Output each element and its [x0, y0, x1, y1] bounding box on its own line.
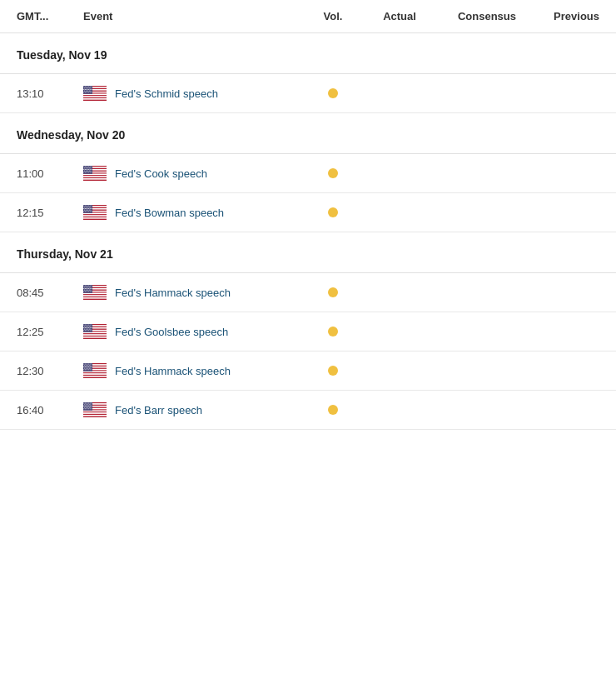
- col-consensus-label: Consensus: [441, 10, 533, 22]
- svg-point-19: [91, 86, 92, 87]
- svg-point-270: [90, 402, 91, 403]
- svg-point-113: [90, 208, 91, 209]
- svg-point-71: [90, 169, 91, 170]
- svg-point-77: [90, 171, 91, 172]
- svg-point-188: [84, 326, 85, 327]
- svg-point-100: [87, 205, 87, 206]
- svg-point-200: [86, 329, 87, 330]
- table-header: GMT... Event Vol. Actual Consensus Previ…: [0, 0, 616, 33]
- svg-point-73: [84, 171, 85, 172]
- col-event-label: Event: [83, 10, 308, 22]
- col-actual-label: Actual: [358, 10, 441, 22]
- svg-point-123: [88, 211, 89, 212]
- svg-rect-93: [83, 215, 107, 216]
- event-name[interactable]: Fed's Hammack speech: [115, 287, 308, 299]
- svg-rect-218: [83, 372, 107, 373]
- svg-point-58: [87, 166, 87, 167]
- svg-rect-12: [83, 100, 107, 101]
- vol-dot: [328, 168, 338, 178]
- svg-rect-180: [83, 338, 107, 339]
- table-row[interactable]: 12:15Fed's Bowman speech: [0, 193, 616, 232]
- svg-point-60: [90, 166, 91, 167]
- svg-point-35: [90, 91, 91, 92]
- svg-point-196: [88, 327, 89, 328]
- svg-point-193: [83, 327, 84, 328]
- svg-point-239: [90, 366, 91, 367]
- svg-point-190: [87, 326, 88, 327]
- table-row[interactable]: 16:40Fed's Barr speech: [0, 391, 616, 430]
- svg-point-281: [90, 406, 91, 406]
- col-previous-label: Previous: [533, 10, 599, 22]
- country-flag: [83, 402, 107, 417]
- svg-rect-96: [83, 219, 107, 220]
- svg-point-266: [83, 402, 84, 403]
- svg-point-275: [89, 404, 90, 405]
- event-name[interactable]: Fed's Bowman speech: [115, 207, 308, 219]
- svg-point-29: [90, 89, 91, 90]
- svg-point-109: [83, 208, 84, 209]
- svg-point-206: [87, 330, 87, 331]
- svg-point-17: [88, 86, 89, 87]
- event-name[interactable]: Fed's Goolsbee speech: [115, 326, 308, 338]
- svg-point-163: [85, 291, 86, 292]
- svg-point-78: [83, 172, 84, 172]
- svg-point-59: [88, 166, 89, 167]
- table-row[interactable]: 12:30Fed's Hammack speech: [0, 351, 616, 391]
- table-row[interactable]: 08:45Fed's Hammack speech: [0, 273, 616, 312]
- event-name[interactable]: Fed's Barr speech: [115, 404, 308, 416]
- svg-point-227: [88, 363, 89, 364]
- svg-point-110: [85, 208, 86, 209]
- svg-rect-53: [83, 178, 107, 179]
- svg-rect-55: [83, 166, 92, 174]
- day-header: Thursday, Nov 21: [0, 232, 616, 273]
- svg-point-143: [88, 285, 89, 286]
- svg-point-267: [85, 402, 86, 403]
- svg-point-28: [88, 89, 89, 90]
- svg-point-205: [85, 330, 86, 331]
- svg-point-291: [88, 408, 89, 409]
- event-name[interactable]: Fed's Hammack speech: [115, 365, 308, 377]
- table-row[interactable]: 11:00Fed's Cook speech: [0, 154, 616, 193]
- svg-point-149: [89, 287, 90, 287]
- svg-point-274: [87, 404, 88, 405]
- svg-point-72: [91, 169, 92, 170]
- svg-point-250: [90, 369, 91, 370]
- svg-rect-139: [83, 285, 92, 293]
- svg-point-226: [87, 363, 87, 364]
- vol-dot: [328, 207, 338, 217]
- svg-rect-95: [83, 217, 107, 218]
- svg-point-269: [88, 402, 89, 403]
- svg-point-141: [85, 285, 86, 286]
- table-row[interactable]: 13:10Fed's Schmid speech: [0, 74, 616, 113]
- svg-rect-177: [83, 334, 107, 335]
- svg-rect-97: [83, 205, 92, 213]
- svg-point-278: [85, 406, 86, 406]
- svg-point-232: [87, 365, 88, 366]
- svg-point-164: [87, 291, 87, 292]
- svg-rect-265: [83, 402, 92, 411]
- svg-rect-137: [83, 297, 107, 298]
- event-name[interactable]: Fed's Cook speech: [115, 167, 308, 180]
- svg-rect-264: [83, 416, 107, 417]
- svg-point-233: [89, 365, 90, 366]
- vol-dot: [328, 366, 338, 376]
- svg-rect-219: [83, 373, 107, 374]
- svg-point-118: [89, 210, 90, 211]
- event-time: 12:25: [17, 326, 83, 338]
- svg-rect-52: [83, 177, 107, 178]
- country-flag: [83, 86, 107, 101]
- svg-point-282: [91, 406, 92, 406]
- calendar-body: Tuesday, Nov 1913:10Fed's Schmid speechW…: [0, 33, 616, 430]
- svg-point-279: [87, 406, 87, 406]
- svg-point-277: [83, 406, 84, 406]
- event-name[interactable]: Fed's Schmid speech: [115, 87, 308, 100]
- table-row[interactable]: 12:25Fed's Goolsbee speech: [0, 312, 616, 351]
- svg-rect-217: [83, 371, 107, 372]
- svg-point-140: [83, 285, 84, 286]
- svg-point-82: [90, 172, 91, 172]
- country-flag: [83, 363, 107, 378]
- svg-point-22: [87, 87, 88, 88]
- svg-point-41: [91, 92, 92, 92]
- svg-rect-221: [83, 376, 107, 376]
- svg-point-154: [88, 288, 89, 289]
